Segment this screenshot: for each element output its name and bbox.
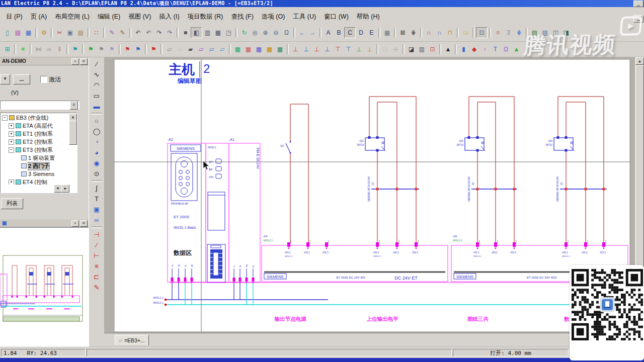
- circle-dot-icon[interactable]: ◉: [91, 158, 102, 168]
- line-icon[interactable]: ∕: [91, 59, 102, 69]
- page-1-icon[interactable]: ▱: [164, 44, 175, 54]
- terminal-6-icon[interactable]: ⊤: [343, 44, 354, 54]
- page-up-icon[interactable]: ▱: [217, 44, 227, 54]
- grid-icon[interactable]: ▦: [382, 28, 392, 38]
- refresh-icon[interactable]: ↻: [239, 28, 250, 38]
- copy-icon[interactable]: ▣: [65, 28, 75, 38]
- text-icon[interactable]: T: [91, 194, 102, 204]
- project-panel-titlebar[interactable]: ✕ ▪ AN-DEMO: [0, 57, 89, 65]
- zoom-in-icon[interactable]: ⊕: [260, 28, 271, 38]
- image-icon[interactable]: ▣: [91, 204, 102, 215]
- goto-icon[interactable]: ⚑: [70, 44, 80, 54]
- menu-item[interactable]: 帮助 (H): [353, 11, 384, 23]
- back-icon[interactable]: ←: [297, 28, 307, 38]
- flag-6-icon[interactable]: ⚑: [148, 44, 159, 54]
- filter-input[interactable]: [0, 101, 79, 110]
- menu-item[interactable]: 布局空间 (L): [51, 11, 94, 23]
- minimize-button[interactable]: _: [633, 1, 643, 7]
- layers-icon[interactable]: ▧: [529, 28, 540, 38]
- menu-item[interactable]: 插入 (I): [155, 11, 183, 23]
- layout-5-icon[interactable]: ◳: [223, 28, 234, 38]
- pin-icon[interactable]: ▪: [71, 58, 79, 65]
- tag-a-icon[interactable]: A: [323, 28, 334, 38]
- table-4-icon[interactable]: ▦: [264, 44, 275, 54]
- undo-icon[interactable]: ↶: [133, 28, 143, 38]
- rectangle-icon[interactable]: ▭: [91, 90, 102, 101]
- flag-3-icon[interactable]: ⚑: [107, 44, 117, 54]
- key-icon[interactable]: k: [522, 44, 532, 54]
- link-2-icon[interactable]: ∞: [44, 44, 54, 54]
- expander-icon[interactable]: −: [9, 147, 14, 153]
- vscroll-thumb[interactable]: [635, 65, 644, 287]
- menu-item[interactable]: 选项 (O): [258, 11, 289, 23]
- tree-item[interactable]: +ET1 (控制系: [1, 130, 69, 138]
- redo-icon[interactable]: ↷: [154, 28, 165, 38]
- ellipse-icon[interactable]: ⊙: [91, 168, 102, 179]
- menu-item[interactable]: 工具 (U): [289, 11, 320, 23]
- circle-2-icon[interactable]: ◯: [91, 126, 102, 137]
- view-3d-icon[interactable]: 3: [503, 28, 514, 38]
- diamond-red-icon[interactable]: ◆: [469, 44, 479, 54]
- pointer-icon[interactable]: ▲: [443, 44, 453, 54]
- tag-c-icon[interactable]: C: [344, 27, 356, 38]
- connection-multi-icon[interactable]: ≡: [91, 261, 102, 272]
- browse-button[interactable]: ...: [13, 74, 30, 84]
- paste-icon[interactable]: ▤: [75, 28, 86, 38]
- menu-item[interactable]: 编辑 (E): [94, 11, 124, 23]
- undo-list-icon[interactable]: ↶: [143, 28, 154, 38]
- forward-icon[interactable]: →: [307, 28, 318, 38]
- tree-vscroll-thumb[interactable]: [69, 121, 77, 145]
- expander-icon[interactable]: +: [9, 179, 14, 185]
- text-tool-icon[interactable]: T: [490, 44, 501, 54]
- rectangle-filled-icon[interactable]: ▬: [91, 101, 102, 112]
- page-down-icon[interactable]: ▱: [206, 44, 217, 54]
- layout-1-icon[interactable]: ■: [180, 28, 191, 38]
- layout-4-icon[interactable]: ▩: [213, 28, 223, 38]
- menu-item[interactable]: 视图 (V): [124, 11, 155, 23]
- new-icon[interactable]: ▯: [2, 28, 13, 38]
- tree-item[interactable]: 2 西门子: [1, 162, 69, 170]
- expander-icon[interactable]: −: [2, 115, 8, 121]
- num-88-icon[interactable]: ∷: [380, 44, 390, 54]
- bar-blue-icon[interactable]: ▮: [458, 44, 469, 54]
- sheet-tab[interactable]: ▱ =EB3+...: [115, 335, 149, 345]
- menu-item[interactable]: 页 (A): [27, 11, 51, 23]
- close-icon[interactable]: ✕: [80, 220, 88, 227]
- num-0-icon[interactable]: ⊹: [390, 44, 401, 54]
- pie-icon[interactable]: ◕: [91, 147, 102, 158]
- tree-item[interactable]: −EB3 (作业线): [1, 114, 69, 122]
- box-red-icon[interactable]: ⊡: [427, 44, 438, 54]
- connection-point-1-icon[interactable]: ⊣: [91, 229, 102, 240]
- panel-icon[interactable]: ◨: [561, 28, 572, 38]
- tree-item[interactable]: +ETA (高层代: [1, 122, 69, 130]
- zoom-all-icon[interactable]: Ω: [281, 28, 292, 38]
- drawing-canvas[interactable]: 主机 2 编辑草图 -A2 -A1 SIEMENS PROFIBUS-DP ET…: [104, 57, 635, 333]
- spline-icon[interactable]: ∫: [91, 183, 102, 194]
- arc-blue-icon[interactable]: ◔: [91, 137, 102, 147]
- project-combo-dropdown[interactable]: ▼: [0, 74, 10, 84]
- expander-icon[interactable]: +: [9, 123, 14, 129]
- draw-brush-icon[interactable]: ✎: [117, 28, 128, 38]
- terminal-2-icon[interactable]: ⊥: [301, 44, 311, 54]
- expander-icon[interactable]: +: [9, 139, 14, 145]
- magnet-2-icon[interactable]: ∩: [434, 28, 445, 38]
- preview-panel-titlebar[interactable]: ✕ ▪ ▣: [0, 219, 89, 227]
- arc-icon[interactable]: ◠: [91, 80, 102, 90]
- ohm-icon[interactable]: Ω: [501, 44, 511, 54]
- terminal-1-icon[interactable]: ⊥: [290, 44, 301, 54]
- flag-4-icon[interactable]: ⚑: [122, 44, 133, 54]
- scroll-right-icon[interactable]: ►: [61, 185, 69, 193]
- ruler-icon[interactable]: ◫: [550, 28, 561, 38]
- snap-icon[interactable]: ⋕: [408, 28, 419, 38]
- pin-pink-icon[interactable]: ♀: [479, 44, 490, 54]
- terminal-8-icon[interactable]: ⊥: [364, 44, 375, 54]
- activate-checkbox[interactable]: [40, 76, 47, 83]
- terminal-7-icon[interactable]: ⊥: [354, 44, 364, 54]
- window-new-icon[interactable]: ⊞: [2, 44, 13, 54]
- connection-point-2-icon[interactable]: ⊢: [91, 250, 102, 261]
- flag-2-icon[interactable]: ⚑: [96, 44, 107, 54]
- layout-3-icon[interactable]: ▥: [202, 28, 213, 38]
- close-icon[interactable]: ✕: [80, 58, 88, 65]
- tree-item[interactable]: 3 Siemens: [1, 170, 69, 178]
- terminal-4-icon[interactable]: ⊥: [322, 44, 333, 54]
